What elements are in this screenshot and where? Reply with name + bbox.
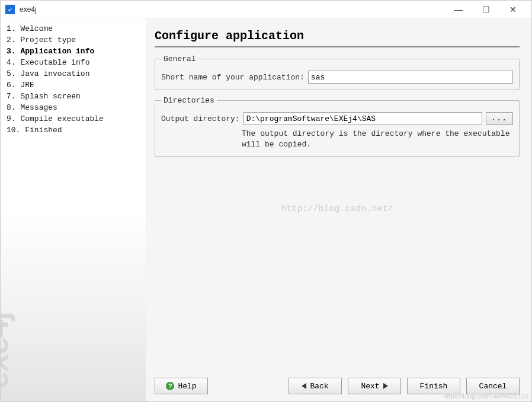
browse-button[interactable]: ... (486, 112, 513, 125)
exe4j-logo: exe4j (0, 312, 15, 390)
help-button[interactable]: ? Help (155, 378, 208, 394)
sidebar-item-messages[interactable]: 8. Messages (3, 102, 143, 113)
sidebar-item-welcome[interactable]: 1. Welcome (3, 23, 143, 34)
arrow-right-icon (383, 383, 388, 389)
output-directory-help: The output directory is the directory wh… (242, 129, 513, 150)
sidebar-item-finished[interactable]: 10. Finished (3, 125, 143, 136)
sidebar: 1. Welcome 2. Project type 3. Applicatio… (1, 18, 146, 401)
general-legend: General (161, 55, 198, 63)
next-button[interactable]: Next (348, 378, 401, 394)
sidebar-item-project-type[interactable]: 2. Project type (3, 34, 143, 46)
help-icon: ? (166, 382, 174, 390)
arrow-left-icon (302, 383, 306, 389)
directories-group: Directories Output directory: ... The ou… (155, 96, 520, 157)
corner-watermark: https://blog.csdn.net/s001125 (443, 393, 528, 400)
titlebar: exe4j — ☐ ✕ (1, 1, 531, 18)
watermark-text: http://blog.csdn.net/ (155, 204, 520, 214)
back-button[interactable]: Back (289, 378, 342, 394)
window-title: exe4j (20, 5, 37, 14)
sidebar-item-executable-info[interactable]: 4. Executable info (3, 57, 143, 68)
short-name-input[interactable] (308, 71, 513, 84)
app-icon (5, 5, 15, 14)
minimize-button[interactable]: — (445, 1, 472, 18)
sidebar-item-jre[interactable]: 6. JRE (3, 79, 143, 91)
output-directory-label: Output directory: (161, 114, 240, 123)
main-panel: Configure application General Short name… (146, 18, 531, 401)
sidebar-item-application-info[interactable]: 3. Application info (3, 46, 143, 57)
maximize-button[interactable]: ☐ (472, 1, 499, 18)
close-button[interactable]: ✕ (499, 1, 527, 18)
footer: ? Help Back Next Finish Cancel (155, 372, 520, 394)
cancel-button[interactable]: Cancel (466, 378, 520, 394)
sidebar-item-splash-screen[interactable]: 7. Splash screen (3, 91, 143, 102)
general-group: General Short name of your application: (155, 55, 520, 90)
short-name-label: Short name of your application: (161, 73, 305, 82)
directories-legend: Directories (161, 96, 217, 105)
page-title: Configure application (155, 29, 520, 47)
sidebar-item-java-invocation[interactable]: 5. Java invocation (3, 68, 143, 79)
sidebar-item-compile-executable[interactable]: 9. Compile executable (3, 113, 143, 125)
finish-button[interactable]: Finish (407, 378, 460, 394)
svg-marker-0 (8, 8, 12, 11)
output-directory-input[interactable] (243, 112, 482, 125)
